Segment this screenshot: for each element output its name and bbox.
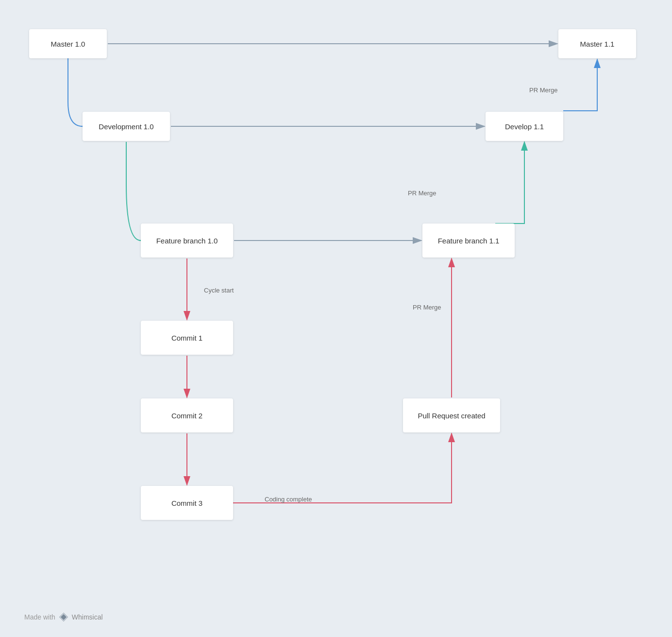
node-master11-label: Master 1.1 bbox=[580, 40, 615, 48]
node-commit3: Commit 3 bbox=[141, 486, 233, 520]
diagram-container: Master 1.0 Master 1.1 Development 1.0 De… bbox=[0, 0, 672, 637]
node-master11: Master 1.1 bbox=[558, 29, 636, 58]
arrow-dev10-feat10 bbox=[126, 142, 141, 241]
footer: Made with Whimsical bbox=[24, 612, 103, 622]
node-feat11: Feature branch 1.1 bbox=[422, 224, 515, 258]
node-pullreq: Pull Request created bbox=[403, 398, 500, 432]
node-commit1: Commit 1 bbox=[141, 321, 233, 355]
node-dev10-label: Development 1.0 bbox=[99, 122, 153, 131]
node-dev10: Development 1.0 bbox=[83, 112, 170, 141]
arrow-dev11-master11 bbox=[563, 59, 597, 111]
arrow-commit3-pullreq bbox=[233, 433, 452, 503]
label-pr-merge-feat-dev: PR Merge bbox=[413, 304, 441, 311]
whimsical-logo-icon bbox=[58, 612, 69, 622]
node-master10-label: Master 1.0 bbox=[51, 40, 85, 48]
arrow-feat11-dev11 bbox=[495, 142, 524, 224]
node-feat11-label: Feature branch 1.1 bbox=[438, 237, 500, 245]
node-feat10-label: Feature branch 1.0 bbox=[156, 237, 218, 245]
node-commit1-label: Commit 1 bbox=[171, 334, 202, 342]
node-commit2: Commit 2 bbox=[141, 398, 233, 432]
label-coding-complete: Coding complete bbox=[265, 496, 312, 503]
label-pr-merge-dev-master: PR Merge bbox=[529, 86, 558, 94]
node-feat10: Feature branch 1.0 bbox=[141, 224, 233, 258]
footer-brand: Whimsical bbox=[72, 613, 103, 621]
arrows-svg bbox=[0, 0, 672, 637]
footer-made-with: Made with bbox=[24, 613, 55, 621]
arrow-master-dev10 bbox=[68, 58, 83, 126]
node-pullreq-label: Pull Request created bbox=[418, 412, 485, 420]
node-dev11: Develop 1.1 bbox=[486, 112, 563, 141]
node-dev11-label: Develop 1.1 bbox=[505, 122, 544, 131]
label-pr-merge-feat11: PR Merge bbox=[408, 189, 437, 197]
node-commit3-label: Commit 3 bbox=[171, 499, 202, 507]
node-master10: Master 1.0 bbox=[29, 29, 107, 58]
node-commit2-label: Commit 2 bbox=[171, 412, 202, 420]
label-cycle-start: Cycle start bbox=[204, 287, 234, 294]
